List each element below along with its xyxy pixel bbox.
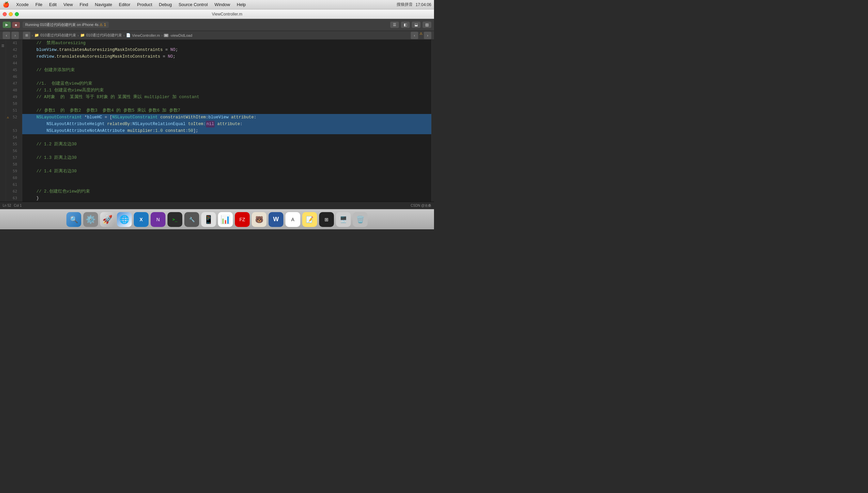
line-45: 45: [6, 67, 19, 73]
line-61: 61: [6, 181, 19, 188]
warning-badge: ⚠ 1: [99, 23, 106, 27]
dock-bear[interactable]: 🐻: [252, 212, 267, 227]
prev-issue[interactable]: ‹: [411, 32, 418, 39]
dock-instruments[interactable]: 🔧: [184, 212, 199, 227]
breadcrumb-folder[interactable]: 📁 010通过代码创建约束: [80, 33, 122, 38]
menubar: 🍎 Xcode File Edit View Find Navigate Edi…: [0, 0, 434, 9]
input-method: 搜狼拼音: [396, 2, 413, 7]
menu-edit[interactable]: Edit: [46, 1, 59, 8]
window-title: ViewController.m: [23, 12, 431, 17]
code-line-51: // 参数1 的 参数2 参数3 参数4 的 参数5 乘以 参数6 加 参数7: [22, 107, 431, 114]
code-line-57: [22, 161, 431, 168]
dock-word[interactable]: W: [269, 212, 283, 227]
code-line-48: // 1.1 创建蓝色view高度的约束: [22, 87, 431, 94]
line-47: 47: [6, 80, 19, 87]
maximize-button[interactable]: [15, 12, 19, 16]
status-col: Col 1: [14, 204, 22, 207]
code-line-41: // 禁用autoresizing: [22, 40, 431, 46]
code-line-60: [22, 181, 431, 188]
menu-product[interactable]: Product: [134, 1, 155, 8]
menu-editor[interactable]: Editor: [116, 1, 133, 8]
file-icon: 📄: [126, 33, 131, 38]
code-line-54: // 1.2 距离左边30: [22, 141, 431, 148]
code-line-52: NSLayoutConstraint *blueHC = [NSLayoutCo…: [22, 114, 431, 121]
dock-migration[interactable]: 🖥️: [336, 212, 351, 227]
dock-dict[interactable]: A: [285, 212, 300, 227]
menu-view[interactable]: View: [61, 1, 75, 8]
dock-filezilla[interactable]: FZ: [235, 212, 250, 227]
menu-find[interactable]: Find: [77, 1, 91, 8]
breadcrumb-file[interactable]: 📄 ViewController.m: [126, 33, 160, 38]
fold-icon[interactable]: ☰: [1, 44, 4, 47]
dock-safari[interactable]: 🌐: [117, 212, 132, 227]
line-54: 54: [6, 134, 19, 141]
folder-icon-2: 📁: [80, 33, 85, 38]
breadcrumb-method[interactable]: M -viewDidLoad: [164, 34, 192, 38]
line-57: 57: [6, 154, 19, 161]
xcode-toolbar: ▶ ■ Running 010通过代码创建约束 on iPhone 4s ⚠ 1…: [0, 19, 434, 31]
dock-activity-monitor[interactable]: 📊: [218, 212, 233, 227]
scheme-info[interactable]: Running 010通过代码创建约束 on iPhone 4s ⚠ 1: [23, 22, 109, 28]
line-59: 59: [6, 168, 19, 175]
dock-iphone-backup[interactable]: 📱: [201, 212, 216, 227]
stop-button[interactable]: ■: [12, 22, 20, 28]
dock-notes[interactable]: 📝: [302, 212, 317, 227]
code-line-47: //1. 创建蓝色view的约束: [22, 80, 431, 87]
debug-toggle[interactable]: ⬓: [412, 22, 420, 28]
dock-finder[interactable]: 🔍: [66, 212, 81, 227]
line-56: 56: [6, 148, 19, 154]
code-line-45: // 创建并添加约束: [22, 67, 431, 73]
editor-layout-button[interactable]: ☰: [390, 22, 399, 28]
menu-debug[interactable]: Debug: [156, 1, 175, 8]
dock-launchpad[interactable]: 🚀: [100, 212, 115, 227]
comment-41: // 禁用autoresizing: [26, 40, 86, 46]
dock-onenote[interactable]: N: [151, 212, 165, 227]
code-line-52c: NSLayoutAttributeNotAnAttribute multipli…: [22, 127, 431, 134]
breadcrumb-label-3: ViewController.m: [132, 34, 160, 38]
line-44: 44: [6, 60, 19, 67]
apple-menu-icon[interactable]: 🍎: [3, 1, 9, 8]
code-line-53: [22, 134, 431, 141]
run-button[interactable]: ▶: [3, 22, 11, 28]
warning-icon: ⚠: [419, 32, 422, 39]
dock-terminal[interactable]: >_: [167, 212, 182, 227]
utility-toggle[interactable]: ▨: [422, 22, 431, 28]
next-issue[interactable]: ›: [424, 32, 431, 39]
method-icon: M: [164, 34, 168, 37]
mini-sidebar: ☰: [0, 40, 6, 202]
dock-xcode[interactable]: X: [134, 212, 149, 227]
status-bar: Ln 52 Col 1 CSDN @沧桑: [0, 202, 434, 209]
clock: 17:04:06: [415, 2, 431, 7]
code-line-49: // A对象 的 某属性 等于 B对象 的 某属性 乘以 multiplier …: [22, 94, 431, 101]
menu-window[interactable]: Window: [212, 1, 233, 8]
dock-trash[interactable]: 🗑️: [353, 212, 368, 227]
close-button[interactable]: [3, 12, 7, 16]
navigator-toggle[interactable]: ◧: [401, 22, 410, 28]
code-line-61: // 2.创建红色view的约束: [22, 188, 431, 195]
scheme-label: Running 010通过代码创建约束 on iPhone 4s: [25, 23, 99, 27]
titlebar: ViewController.m: [0, 9, 434, 19]
forward-button[interactable]: ›: [12, 32, 19, 39]
dock-screencap[interactable]: ⊞: [319, 212, 334, 227]
line-58: 58: [6, 161, 19, 168]
line-53: 53: [6, 127, 19, 134]
grid-icon[interactable]: ⊞: [23, 32, 30, 39]
line-50: 50: [6, 101, 19, 107]
folder-icon: 📁: [35, 33, 39, 38]
line-52: 52: [6, 114, 19, 121]
right-scrollbar[interactable]: [431, 40, 434, 202]
line-41: 41: [6, 40, 19, 46]
code-line-44: [22, 60, 431, 67]
menu-xcode[interactable]: Xcode: [14, 1, 31, 8]
menu-navigate[interactable]: Navigate: [92, 1, 115, 8]
code-editor[interactable]: // 禁用autoresizing blueView.translatesAut…: [22, 40, 431, 202]
menu-source-control[interactable]: Source Control: [176, 1, 211, 8]
breadcrumb-root[interactable]: 📁 010通过代码创建约束: [35, 33, 76, 38]
code-line-56: // 1.3 距离上边30: [22, 154, 431, 161]
code-line-55: [22, 148, 431, 154]
minimize-button[interactable]: [9, 12, 13, 16]
menu-help[interactable]: Help: [234, 1, 249, 8]
back-button[interactable]: ‹: [3, 32, 10, 39]
dock-system-prefs[interactable]: ⚙️: [83, 212, 98, 227]
menu-file[interactable]: File: [33, 1, 45, 8]
